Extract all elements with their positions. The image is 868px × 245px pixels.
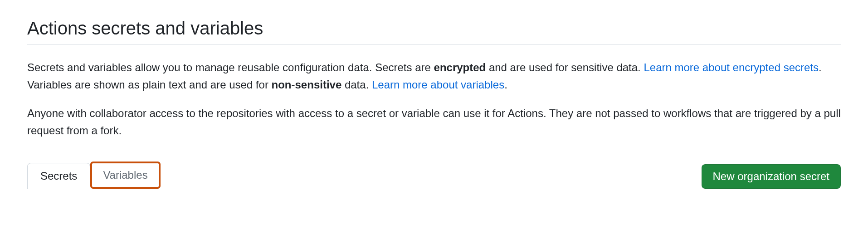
encrypted-word: encrypted <box>434 61 486 74</box>
desc-text: Secrets and variables allow you to manag… <box>27 61 434 74</box>
desc-text: data. <box>341 78 372 91</box>
tab-secrets[interactable]: Secrets <box>27 163 90 189</box>
tabs-row: Secrets Variables New organization secre… <box>27 162 841 189</box>
page-title: Actions secrets and variables <box>27 18 841 44</box>
tab-variables[interactable]: Variables <box>90 162 160 189</box>
new-organization-secret-button[interactable]: New organization secret <box>702 164 841 189</box>
learn-more-variables-link[interactable]: Learn more about variables <box>372 78 504 91</box>
description-paragraph-2: Anyone with collaborator access to the r… <box>27 105 841 140</box>
tabs-container: Secrets Variables <box>27 162 161 189</box>
nonsensitive-word: non-sensitive <box>272 78 342 91</box>
learn-more-secrets-link[interactable]: Learn more about encrypted secrets <box>644 61 819 74</box>
description-paragraph-1: Secrets and variables allow you to manag… <box>27 59 841 94</box>
desc-text: and are used for sensitive data. <box>486 61 644 74</box>
desc-text: . <box>504 78 507 91</box>
